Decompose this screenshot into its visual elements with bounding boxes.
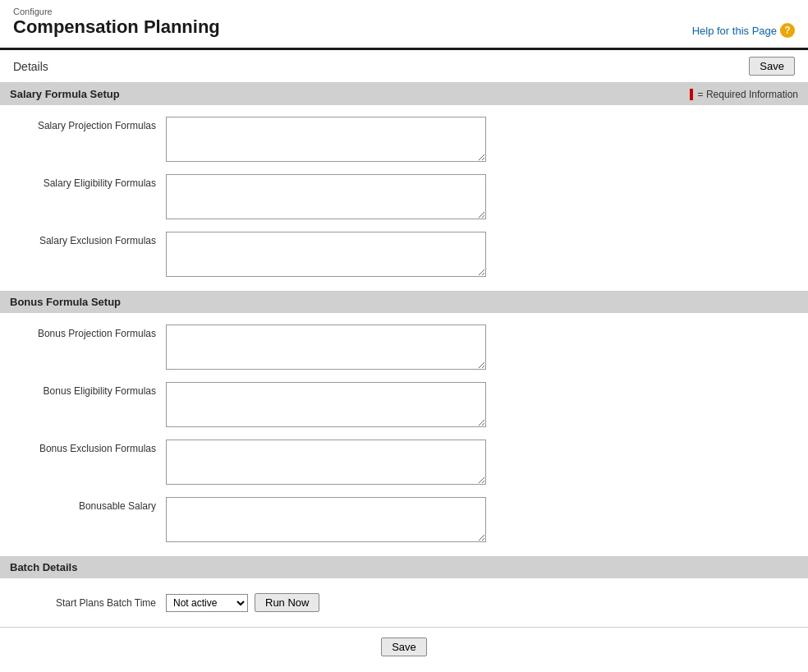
details-bar: Details Save xyxy=(0,50,808,83)
batch-details-section: Start Plans Batch Time Not active Daily … xyxy=(0,578,808,627)
batch-controls: Not active Daily Weekly Run Now xyxy=(166,593,319,612)
batch-time-row: Start Plans Batch Time Not active Daily … xyxy=(0,585,808,620)
salary-projection-label: Salary Projection Formulas xyxy=(10,117,166,131)
salary-projection-field xyxy=(166,117,798,164)
header-title-group: Configure Compensation Planning xyxy=(13,7,220,38)
bonus-eligibility-label: Bonus Eligibility Formulas xyxy=(10,382,166,397)
bonusable-salary-row: Bonusable Salary xyxy=(0,492,808,550)
page-header: Configure Compensation Planning Help for… xyxy=(0,0,808,50)
bonus-eligibility-field xyxy=(166,382,798,430)
bonus-formula-section-header: Bonus Formula Setup xyxy=(0,291,808,313)
salary-formula-section: Salary Projection Formulas Salary Eligib… xyxy=(0,105,808,291)
bottom-save-bar: Save xyxy=(0,627,808,666)
bonus-exclusion-row: Bonus Exclusion Formulas xyxy=(0,435,808,492)
page-title: Compensation Planning xyxy=(13,16,220,37)
batch-section-title: Batch Details xyxy=(10,561,77,573)
salary-eligibility-row: Salary Eligibility Formulas xyxy=(0,169,808,227)
salary-section-title: Salary Formula Setup xyxy=(10,88,120,100)
bonus-exclusion-label: Bonus Exclusion Formulas xyxy=(10,440,166,454)
salary-projection-textarea[interactable] xyxy=(166,117,486,162)
help-icon: ? xyxy=(780,23,795,38)
salary-exclusion-row: Salary Exclusion Formulas xyxy=(0,227,808,284)
bonus-exclusion-field xyxy=(166,440,798,487)
salary-formula-section-header: Salary Formula Setup = Required Informat… xyxy=(0,83,808,105)
salary-eligibility-textarea[interactable] xyxy=(166,174,486,219)
bonus-eligibility-row: Bonus Eligibility Formulas xyxy=(0,377,808,435)
salary-projection-row: Salary Projection Formulas xyxy=(0,112,808,169)
batch-details-section-header: Batch Details xyxy=(0,556,808,578)
run-now-button[interactable]: Run Now xyxy=(255,593,319,612)
bonus-projection-row: Bonus Projection Formulas xyxy=(0,320,808,377)
bonusable-salary-textarea[interactable] xyxy=(166,497,486,542)
save-button-bottom[interactable]: Save xyxy=(381,637,427,656)
bonusable-salary-field xyxy=(166,497,798,545)
required-text: = Required Information xyxy=(698,89,798,100)
salary-eligibility-field xyxy=(166,174,798,222)
salary-exclusion-label: Salary Exclusion Formulas xyxy=(10,232,166,246)
bonus-projection-textarea[interactable] xyxy=(166,324,486,370)
configure-label: Configure xyxy=(13,7,220,16)
help-link-text: Help for this Page xyxy=(692,25,777,37)
bonus-eligibility-textarea[interactable] xyxy=(166,382,486,427)
save-button-top[interactable]: Save xyxy=(749,57,795,76)
bonus-projection-label: Bonus Projection Formulas xyxy=(10,324,166,339)
bonus-formula-section: Bonus Projection Formulas Bonus Eligibil… xyxy=(0,313,808,556)
bonus-exclusion-textarea[interactable] xyxy=(166,440,486,485)
help-link[interactable]: Help for this Page ? xyxy=(692,23,795,38)
bonus-projection-field xyxy=(166,324,798,372)
bonus-section-title: Bonus Formula Setup xyxy=(10,296,121,308)
salary-eligibility-label: Salary Eligibility Formulas xyxy=(10,174,166,189)
batch-time-select[interactable]: Not active Daily Weekly xyxy=(166,594,248,612)
batch-time-label: Start Plans Batch Time xyxy=(10,597,166,609)
salary-exclusion-field xyxy=(166,232,798,279)
bonusable-salary-label: Bonusable Salary xyxy=(10,497,166,512)
required-info: = Required Information xyxy=(690,89,798,100)
required-bar-icon xyxy=(690,89,693,100)
details-label: Details xyxy=(13,60,48,73)
salary-exclusion-textarea[interactable] xyxy=(166,232,486,277)
